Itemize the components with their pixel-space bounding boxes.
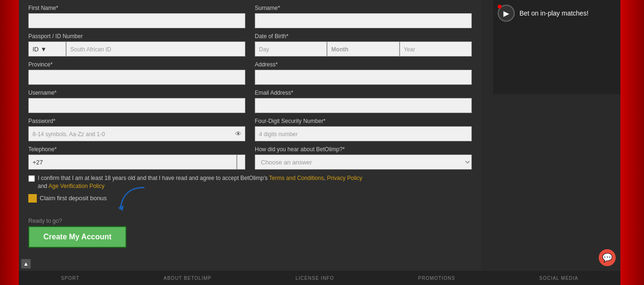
age-link[interactable]: Age Verification Policy xyxy=(49,183,105,189)
chat-bubble[interactable]: 💬 xyxy=(599,249,616,266)
security-group: Four-Digit Security Number* xyxy=(255,118,472,141)
username-group: Username* xyxy=(28,90,245,113)
passport-group: Passport / ID Number ID ▼ xyxy=(28,33,245,57)
footer-license: LICENSE INFO xyxy=(296,276,334,281)
terms-checkbox-row: I confirm that I am at least 18 years ol… xyxy=(28,174,472,190)
surname-input[interactable] xyxy=(255,13,472,28)
username-input[interactable] xyxy=(28,98,245,113)
right-decor xyxy=(620,0,644,285)
tel-prefix-input[interactable] xyxy=(28,155,237,170)
province-group: Province* xyxy=(28,61,245,85)
footer-social: SOCIAL MEDIA xyxy=(539,276,578,281)
eye-icon[interactable]: 👁 xyxy=(235,130,242,138)
dob-month-input[interactable] xyxy=(327,41,399,57)
passport-dob-row: Passport / ID Number ID ▼ Date of Birth* xyxy=(28,33,472,57)
id-type-value: ID xyxy=(33,46,39,53)
first-name-label: First Name* xyxy=(28,5,245,11)
id-number-input[interactable] xyxy=(66,41,245,57)
footer-sport: SPORT xyxy=(61,276,79,281)
email-label: Email Address* xyxy=(255,90,472,96)
footer-strip: SPORT ABOUT BETOLIMP LICENSE INFO PROMOT… xyxy=(19,271,620,285)
right-panel-title: Bet on in-play matches! xyxy=(519,9,588,17)
bonus-text: Claim first deposit bonus xyxy=(40,195,107,202)
hear-select[interactable]: Choose an answer Google Social Media Fri… xyxy=(255,155,472,170)
password-label: Password* xyxy=(28,118,245,124)
password-security-row: Password* 👁 Four-Digit Security Number* xyxy=(28,118,472,141)
password-input[interactable] xyxy=(28,126,245,141)
arrow-area xyxy=(28,206,472,216)
main-container: First Name* Surname* Passport / ID Numbe… xyxy=(0,0,644,285)
terms-checkbox[interactable] xyxy=(28,175,35,182)
surname-label: Surname* xyxy=(255,5,472,11)
right-panel: ▶ Bet on in-play matches! xyxy=(493,0,620,94)
telephone-label: Telephone* xyxy=(28,146,245,153)
terms-text: I confirm that I am at least 18 years ol… xyxy=(38,174,362,190)
form-area: First Name* Surname* Passport / ID Numbe… xyxy=(19,0,481,285)
address-input[interactable] xyxy=(255,70,472,85)
address-group: Address* xyxy=(255,61,472,85)
province-input[interactable] xyxy=(28,70,245,85)
dob-day-input[interactable] xyxy=(255,41,327,57)
privacy-link[interactable]: Privacy Policy xyxy=(327,175,362,181)
security-label: Four-Digit Security Number* xyxy=(255,118,472,124)
ready-section: Ready to go? Create My Account xyxy=(28,218,472,248)
tel-input-row xyxy=(28,155,245,170)
dob-year-input[interactable] xyxy=(400,41,472,57)
create-account-button[interactable]: Create My Account xyxy=(28,226,126,248)
tel-hear-row: Telephone* How did you hear about BetOli… xyxy=(28,146,472,170)
surname-group: Surname* xyxy=(255,5,472,28)
first-name-input[interactable] xyxy=(28,13,245,28)
tel-number-input[interactable] xyxy=(237,155,245,170)
id-type-select[interactable]: ID ▼ xyxy=(28,41,66,57)
terms-link[interactable]: Terms and Conditions xyxy=(269,175,324,181)
name-row: First Name* Surname* xyxy=(28,5,472,28)
bonus-row: Claim first deposit bonus xyxy=(28,194,472,203)
bonus-checkbox[interactable] xyxy=(28,194,37,203)
live-dot xyxy=(498,5,502,8)
hear-group: How did you hear about BetOlimp?* Choose… xyxy=(255,146,472,170)
checkbox-section: I confirm that I am at least 18 years ol… xyxy=(28,174,472,190)
username-email-row: Username* Email Address* xyxy=(28,90,472,113)
password-wrapper: 👁 xyxy=(28,126,245,141)
footer-promotions: PROMOTIONS xyxy=(418,276,455,281)
dob-group: Date of Birth* xyxy=(255,33,472,57)
passport-input-row: ID ▼ xyxy=(28,41,245,57)
ready-label: Ready to go? xyxy=(28,218,472,224)
hear-label: How did you hear about BetOlimp?* xyxy=(255,146,472,153)
address-label: Address* xyxy=(255,61,472,68)
email-input[interactable] xyxy=(255,98,472,113)
passport-label: Passport / ID Number xyxy=(28,33,245,40)
footer-about: ABOUT BETOLIMP xyxy=(164,276,211,281)
scroll-up-arrow[interactable]: ▲ xyxy=(21,259,31,269)
security-input[interactable] xyxy=(255,126,472,141)
first-name-group: First Name* xyxy=(28,5,245,28)
blue-arrow-icon xyxy=(118,185,151,216)
province-label: Province* xyxy=(28,61,245,68)
province-address-row: Province* Address* xyxy=(28,61,472,85)
id-type-arrow: ▼ xyxy=(41,46,47,53)
dob-label: Date of Birth* xyxy=(255,33,472,40)
password-group: Password* 👁 xyxy=(28,118,245,141)
dob-input-row xyxy=(255,41,472,57)
email-group: Email Address* xyxy=(255,90,472,113)
telephone-group: Telephone* xyxy=(28,146,245,170)
right-panel-header: ▶ Bet on in-play matches! xyxy=(498,5,616,22)
username-label: Username* xyxy=(28,90,245,96)
